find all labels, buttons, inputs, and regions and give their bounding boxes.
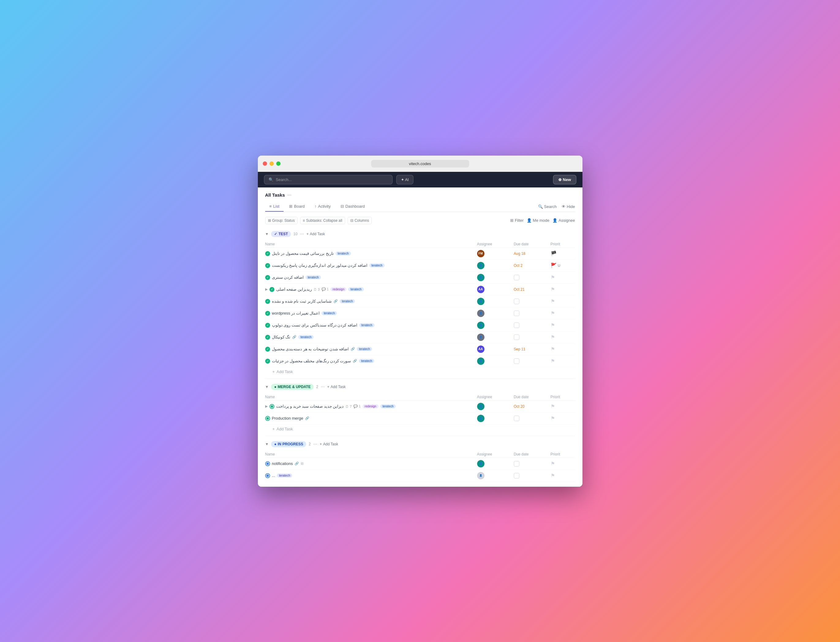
filter-label: Filter	[515, 218, 524, 223]
task-priority: ⚑	[550, 286, 575, 292]
test-toggle[interactable]: ▼	[265, 232, 269, 236]
task-name: ...	[272, 473, 275, 478]
table-row[interactable]: ✓ اعمال تغییرات در wordpress teratech 👤 …	[265, 308, 575, 319]
tab-board[interactable]: ⊞ Board	[285, 201, 309, 212]
section-test-header: ▼ ✓ TEST 10 ··· + Add Task	[265, 229, 575, 240]
tab-dashboard[interactable]: ⊟ Dashboard	[336, 201, 369, 212]
group-status-label: Group: Status	[272, 218, 295, 223]
task-status-icon[interactable]	[265, 473, 270, 478]
table-row[interactable]: ▶ ✓ ریدیزاین صفحه اصلی 🗋 3 💬 1 redesign …	[265, 284, 575, 295]
task-name: تاریخ بررسائی قیمت محصول در تایتل	[272, 251, 334, 256]
search-action-button[interactable]: 🔍 Search	[538, 204, 557, 209]
merge-toggle[interactable]: ▼	[265, 385, 269, 389]
assignee-icon: 👤	[552, 218, 557, 223]
task-due-date: Sep 11	[514, 347, 550, 351]
merge-add-task-button[interactable]: + Add Task	[327, 385, 345, 389]
task-name: ریدیزاین صفحه اصلی	[276, 287, 312, 292]
tab-dashboard-label: Dashboard	[345, 204, 365, 209]
task-priority: 🚩U	[550, 263, 575, 268]
me-mode-button[interactable]: 👤 Me mode	[527, 218, 549, 223]
table-row[interactable]: ✓ اضافه شدن توضیحات به هر دسته‌بندی محصو…	[265, 344, 575, 355]
avatar: 👤	[477, 262, 484, 269]
nav-search-bar[interactable]: 🔍 Search...	[264, 175, 393, 185]
group-status-button[interactable]: ⊞ Group: Status	[265, 217, 298, 224]
ai-button[interactable]: ✦ AI	[396, 175, 413, 185]
me-mode-label: Me mode	[533, 218, 549, 223]
subtasks-label: Subtasks: Collapse all	[306, 218, 342, 223]
add-task-plus-icon: +	[272, 427, 275, 431]
page-title: All Tasks	[265, 192, 285, 198]
test-add-task-row[interactable]: + Add Task	[265, 367, 575, 376]
merge-add-label: Add Task	[330, 385, 345, 389]
table-row[interactable]: ✓ تگ کونیکال 🔗 teratech 👤 ⚑	[265, 331, 575, 344]
task-status-icon[interactable]	[265, 416, 270, 421]
table-row[interactable]: ✓ شناسایی کاربر ثبت نام شده و نشده 🔗 ter…	[265, 295, 575, 308]
table-row[interactable]: ✓ اضافه کردن سنتری teratech 👤 ⚑	[265, 272, 575, 284]
table-row[interactable]: ✓ اضافه کردن میدلور برای اندازه‌گیری زما…	[265, 260, 575, 272]
minimize-button[interactable]	[269, 161, 274, 166]
section-merge-header: ▼ ● MERGE & UPDATE 2 ··· + Add Task	[265, 381, 575, 392]
avatar: 👤	[477, 274, 484, 281]
task-priority: 🏴	[550, 251, 575, 256]
task-status-icon[interactable]	[265, 461, 270, 466]
assignee-button[interactable]: 👤 Assignee	[552, 218, 575, 223]
table-row[interactable]: notifications 🔗 ⊟ 👤 ⚑	[265, 458, 575, 470]
url-bar[interactable]: vitech.codes	[371, 160, 469, 167]
task-status-icon[interactable]: ✓	[265, 347, 270, 352]
task-status-icon[interactable]: ✓	[265, 251, 270, 256]
columns-label: Columns	[354, 218, 369, 223]
columns-button[interactable]: ⊟ Columns	[348, 217, 372, 224]
search-action-icon: 🔍	[538, 204, 543, 209]
inprogress-toggle[interactable]: ▼	[265, 442, 269, 446]
more-menu-button[interactable]: ···	[287, 192, 291, 198]
task-status-icon[interactable]: ✓	[265, 359, 270, 363]
task-status-icon[interactable]: ✓	[265, 275, 270, 280]
close-button[interactable]	[263, 161, 267, 166]
inprogress-badge: ● IN PROGRESS	[271, 441, 306, 447]
merge-more[interactable]: ···	[320, 384, 325, 390]
avatar: 👤	[477, 415, 484, 422]
tab-board-label: Board	[294, 204, 305, 209]
add-task-label: Add Task	[277, 370, 293, 374]
task-name-cell: ▶ دیزاین جدید صفحات سبد خرید و پرداخت 🗋 …	[265, 404, 477, 409]
merge-add-task-row[interactable]: + Add Task	[265, 425, 575, 433]
task-status-icon[interactable]: ✓	[265, 323, 270, 328]
toolbar-right: ⊞ Filter 👤 Me mode 👤 Assignee	[510, 218, 575, 223]
table-row[interactable]: ✓ تاریخ بررسائی قیمت محصول در تایتل tera…	[265, 248, 575, 260]
view-tabs: ≡ List ⊞ Board ↑ Activity ⊟ Dashboard 🔍 …	[265, 201, 575, 212]
maximize-button[interactable]	[276, 161, 280, 166]
table-row[interactable]: ▶ دیزاین جدید صفحات سبد خرید و پرداخت 🗋 …	[265, 400, 575, 413]
task-assignee: 👤	[477, 472, 514, 479]
section-inprogress-header: ▼ ● IN PROGRESS 2 ··· + Add Task	[265, 439, 575, 450]
activity-icon: ↑	[314, 204, 317, 209]
task-status-icon[interactable]: ✓	[269, 287, 274, 292]
task-due-date	[514, 416, 550, 421]
hide-action-button[interactable]: 👁 Hide	[562, 204, 575, 209]
table-row[interactable]: Production merge 🔗 👤 ⚑	[265, 413, 575, 425]
task-status-icon[interactable]: ✓	[265, 263, 270, 268]
task-status-icon[interactable]: ✓	[265, 335, 270, 340]
test-add-task-button[interactable]: + Add Task	[306, 232, 325, 236]
task-priority: ⚑	[550, 415, 575, 421]
task-assignee: 👤	[477, 357, 514, 365]
inprogress-more[interactable]: ···	[313, 441, 317, 447]
task-assignee: 👤	[477, 334, 514, 341]
tab-activity[interactable]: ↑ Activity	[310, 201, 335, 212]
task-status-icon[interactable]: ✓	[265, 311, 270, 316]
tab-list[interactable]: ≡ List	[265, 201, 284, 212]
test-add-label: Add Task	[310, 232, 325, 236]
task-priority: ⚑	[550, 346, 575, 352]
task-status-icon[interactable]: ✓	[265, 299, 270, 304]
expand-icon[interactable]: ▶	[265, 404, 268, 408]
task-status-icon[interactable]	[269, 404, 274, 409]
table-row[interactable]: ✓ اضافه کردن درگاه سندباکس برای تست روی …	[265, 319, 575, 331]
new-button[interactable]: ⊕ New	[553, 175, 576, 185]
test-more[interactable]: ···	[300, 231, 304, 237]
filter-button[interactable]: ⊞ Filter	[510, 218, 524, 223]
task-assignee: 👤	[477, 298, 514, 305]
inprogress-add-task-button[interactable]: + Add Task	[320, 442, 338, 446]
table-row[interactable]: ... teratech 👤 ⚑	[265, 470, 575, 482]
subtasks-button[interactable]: ≡ Subtasks: Collapse all	[300, 217, 345, 224]
expand-icon[interactable]: ▶	[265, 287, 268, 291]
table-row[interactable]: ✓ سورت کردن رنگ‌های مختلف محصول در جزئیا…	[265, 355, 575, 367]
